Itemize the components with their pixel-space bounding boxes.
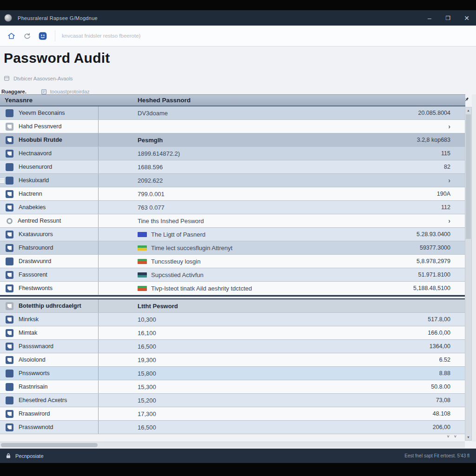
table-row[interactable]: FhestwwontsTivp-lsteot tinatk Aild aeshr… <box>0 282 465 295</box>
row-label: Heskuixarld <box>19 177 49 184</box>
search-input[interactable] <box>62 33 476 39</box>
table-header[interactable]: Yenasnre Heshed Passnord <box>0 94 465 106</box>
legend-chip-icon <box>138 272 147 278</box>
row-icon <box>6 177 13 185</box>
row-value: 799.0.001 <box>138 191 165 198</box>
row-metric: 1364,00 <box>365 343 465 350</box>
table-row[interactable]: Ehesetlred Acxetrs15,20073,08 <box>0 394 465 407</box>
row-metric: 166.0,00 <box>365 330 465 336</box>
table-row[interactable]: Heskuixarld2092.622› <box>0 174 465 187</box>
row-value: 15,800 <box>138 370 156 377</box>
row-icon <box>6 204 13 212</box>
status-circle-icon <box>7 218 13 224</box>
row-label: Hectnaavord <box>19 150 52 157</box>
table-row[interactable]: Mimtak16,100166.0,00 <box>0 326 465 340</box>
status-left-text: Pecnposiate <box>15 453 44 459</box>
row-label: Anabekies <box>19 204 46 211</box>
table-row[interactable]: FhatsrounordTime lect succesflugin Attre… <box>0 241 465 255</box>
row-icon <box>6 244 13 252</box>
scroll-down-icon[interactable]: ▼ <box>465 436 471 439</box>
table-row[interactable]: Anabekies763 0.077112 <box>0 201 465 214</box>
row-icon <box>6 383 13 391</box>
row-icon <box>6 284 13 292</box>
page-subtitle-row: Dtvbicer Aasovsen-Avaols <box>4 75 73 81</box>
table-row[interactable]: Botetthip udhrcdaelgrtLttht Pesword <box>0 299 465 313</box>
row-expand-chevron[interactable]: › <box>365 123 465 130</box>
row-expand-chevron[interactable]: › <box>365 177 465 184</box>
row-value: Pesmglh <box>138 137 163 144</box>
expand-down-icons[interactable]: ˅˅ <box>447 434 461 439</box>
table-row[interactable]: Yeevm BeconainsDV3doame20.085.8004 <box>0 106 465 120</box>
table-row[interactable]: Minrksk10,300517.8,00 <box>0 313 465 326</box>
table-row[interactable]: Heusenurord1688.59682 <box>0 160 465 174</box>
section-divider <box>0 295 465 299</box>
table-row[interactable]: Rraaswirord17,30048.108 <box>0 407 465 421</box>
row-metric: 5,188.48,5100 <box>365 285 465 291</box>
table-row[interactable]: Pnsswworts15,8008.88 <box>0 367 465 380</box>
row-expand-chevron[interactable]: › <box>365 217 465 225</box>
row-icon <box>6 109 13 117</box>
row-value: Lttht Pesword <box>138 303 178 310</box>
app-window: Pheusraleral Rapsee G/Mogdnue – ❒ ✕ Pass… <box>0 10 476 463</box>
window-title: Pheusraleral Rapsee G/Mogdnue <box>18 15 98 21</box>
row-value: DV3doame <box>138 110 168 117</box>
row-label: Alsoiolond <box>19 357 46 363</box>
row-label: Fhestwwonts <box>19 285 53 291</box>
row-label: Drastwvunrd <box>19 258 51 264</box>
row-label: Pnsswworts <box>19 370 50 377</box>
row-icon <box>6 343 13 350</box>
row-icon <box>6 370 13 377</box>
horizontal-scroll-thumb[interactable] <box>1 443 98 447</box>
vertical-scrollbar[interactable]: ▲ ▼ <box>465 107 472 441</box>
row-icon <box>6 410 13 418</box>
legend-chip-icon <box>138 245 147 251</box>
close-button[interactable]: ✕ <box>457 10 476 26</box>
table-row[interactable]: Prasswwnotd16,500206,00 <box>0 421 465 434</box>
app-badge-icon[interactable] <box>38 31 47 40</box>
table-row[interactable]: KxatavuurorsThe Ligtt of Pasnerd5.28.93.… <box>0 228 465 241</box>
scroll-up-icon[interactable]: ▲ <box>465 109 471 112</box>
table-row[interactable]: DrastwvunrdTuncsstleuy losgin5,8.978,297… <box>0 255 465 268</box>
row-metric: 48.108 <box>365 410 465 417</box>
status-right-text: Eest fnel sapt Fit ertoest. 5'43 fl <box>404 453 469 458</box>
row-value: 1899.614872.2) <box>138 150 180 157</box>
table-row[interactable]: Hectnaavord1899.614872.2)115 <box>0 147 465 160</box>
table-row[interactable]: Hsobubi RrutdePesmglh3.2,8 kop683 <box>0 133 465 147</box>
home-icon[interactable] <box>7 31 16 40</box>
table-row[interactable]: Passswnaord16,5001364,00 <box>0 340 465 353</box>
row-value: Tuncsstleuy losgin <box>151 258 200 265</box>
row-icon <box>6 123 13 131</box>
maximize-button[interactable]: ❒ <box>439 10 457 26</box>
row-label: Fhatsrounord <box>19 245 53 251</box>
row-metric: 20.085.8004 <box>365 110 465 116</box>
row-value: Time lect succesflugin Attrenyt <box>151 245 232 251</box>
table-row[interactable]: Rastnrisain15,30050.8.00 <box>0 380 465 394</box>
row-value: The Ligtt of Pasnerd <box>151 231 205 238</box>
refresh-icon[interactable] <box>22 31 32 40</box>
table-row[interactable]: Hactrenn799.0.001190A <box>0 187 465 201</box>
vertical-scroll-thumb[interactable] <box>466 114 471 239</box>
row-value: Supcsstied Activfun <box>151 271 204 278</box>
row-label: Prasswwnotd <box>19 424 53 430</box>
row-value: 15,300 <box>138 383 156 390</box>
table-row[interactable]: FasssorentSupcsstied Activfun51.971.8100 <box>0 268 465 282</box>
horizontal-scrollbar[interactable] <box>0 442 465 448</box>
row-label: Kxatavuurors <box>19 231 53 238</box>
table-row[interactable]: Alsoiolond19,3006.52 <box>0 353 465 367</box>
column-header-hashed-password[interactable]: Heshed Passnord <box>99 97 465 104</box>
column-header-username[interactable]: Yenasnre <box>0 97 99 104</box>
password-table: Yenasnre Heshed Passnord Yeevm Beconains… <box>0 94 465 434</box>
app-icon <box>4 14 12 22</box>
row-value: 1688.596 <box>138 164 163 171</box>
row-label: Fasssorent <box>19 271 47 278</box>
table-section-2: Botetthip udhrcdaelgrtLttht PeswordMinrk… <box>0 299 465 434</box>
row-label: Heusenurord <box>19 164 52 170</box>
table-row[interactable]: Aentred RessuntTine ths Inshed Pesword› <box>0 214 465 228</box>
page-subtitle: Dtvbicer Aasovsen-Avaols <box>13 76 73 81</box>
row-icon <box>6 397 13 404</box>
table-row[interactable]: Hahd Pessnverd› <box>0 120 465 133</box>
filter-icon[interactable] <box>41 88 47 94</box>
minimize-button[interactable]: – <box>420 10 439 26</box>
pin-icon[interactable] <box>464 96 469 104</box>
row-label: Hahd Pessnverd <box>19 123 61 130</box>
